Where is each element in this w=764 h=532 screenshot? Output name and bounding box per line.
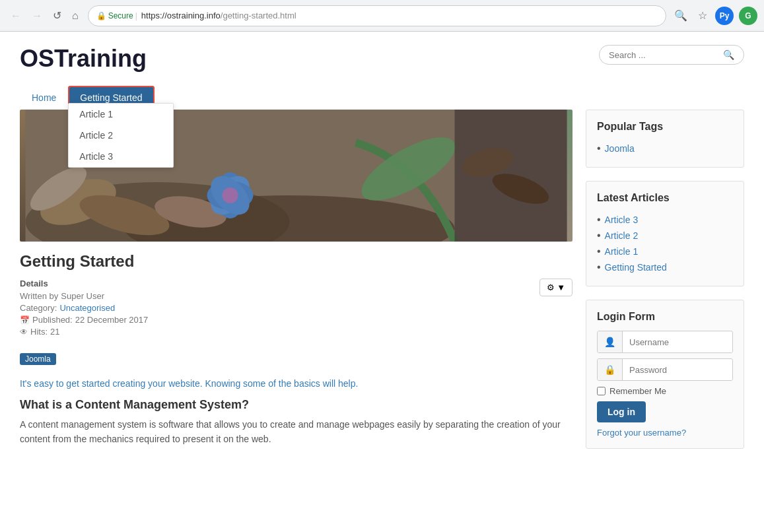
username-input-group: 👤 bbox=[597, 331, 733, 353]
dropdown-item-article2[interactable]: Article 2 bbox=[69, 125, 173, 146]
lock-field-icon: 🔒 bbox=[598, 359, 623, 380]
password-input[interactable] bbox=[623, 360, 733, 380]
latest-article-link-getting-started[interactable]: Getting Started bbox=[605, 262, 667, 273]
hits-row: 👁 Hits: 21 bbox=[20, 327, 148, 337]
article-subtitle: What is a Content Management System? bbox=[20, 398, 573, 412]
lock-icon: 🔒 bbox=[96, 11, 106, 20]
article-title: Getting Started bbox=[20, 252, 573, 271]
hits-value: 21 bbox=[50, 327, 59, 337]
article-intro: It's easy to get started creating your w… bbox=[20, 378, 573, 389]
forward-button[interactable]: → bbox=[28, 7, 46, 24]
container: OSTraining 🔍 Home Getting Started Articl… bbox=[0, 32, 764, 475]
popular-tags-title: Popular Tags bbox=[597, 121, 733, 133]
tag-item-joomla: Joomla bbox=[597, 141, 733, 156]
search-magnifier-button[interactable]: 🔍 bbox=[672, 7, 690, 24]
login-form: 👤 🔒 Remember Me Log in Forgot your u bbox=[597, 331, 733, 438]
browser-nav-buttons: ← → ↺ ⌂ bbox=[7, 7, 83, 24]
published-date: 22 December 2017 bbox=[75, 315, 149, 325]
url-path: /getting-started.html bbox=[221, 11, 296, 20]
tag-link-joomla[interactable]: Joomla bbox=[605, 143, 635, 154]
category-row: Category: Uncategorised bbox=[20, 303, 148, 313]
login-form-widget: Login Form 👤 🔒 Remember Me bbox=[586, 300, 744, 449]
remember-label: Remember Me bbox=[609, 386, 666, 396]
popular-tags-list: Joomla bbox=[597, 141, 733, 156]
latest-article-link-2[interactable]: Article 2 bbox=[605, 230, 639, 241]
username-input[interactable] bbox=[623, 332, 733, 352]
sidebar: Popular Tags Joomla Latest Articles Arti… bbox=[586, 110, 744, 462]
calendar-icon: 📅 bbox=[20, 316, 30, 325]
tools-button[interactable]: ⚙ ▼ bbox=[539, 279, 573, 296]
search-input[interactable] bbox=[609, 50, 723, 60]
popular-tags-widget: Popular Tags Joomla bbox=[586, 110, 744, 168]
svg-point-12 bbox=[223, 187, 238, 203]
latest-article-2: Article 2 bbox=[597, 228, 733, 244]
address-bar[interactable]: 🔒 Secure | https://ostraining.info/getti… bbox=[88, 5, 666, 26]
back-button[interactable]: ← bbox=[7, 7, 25, 24]
latest-article-getting-started: Getting Started bbox=[597, 259, 733, 275]
eye-icon: 👁 bbox=[20, 327, 28, 337]
category-label: Category: bbox=[20, 303, 57, 313]
latest-articles-list: Article 3 Article 2 Article 1 Getting St… bbox=[597, 212, 733, 275]
user-icon: 👤 bbox=[598, 331, 623, 352]
published-label: Published: bbox=[32, 315, 73, 325]
written-by-label: Written by bbox=[20, 291, 58, 301]
hits-label: Hits: bbox=[30, 327, 48, 337]
login-button[interactable]: Log in bbox=[597, 401, 646, 422]
latest-article-3: Article 3 bbox=[597, 212, 733, 228]
home-button[interactable]: ⌂ bbox=[68, 7, 83, 24]
nav-item-home[interactable]: Home bbox=[20, 86, 68, 110]
user-avatar-g[interactable]: G bbox=[739, 7, 757, 25]
browser-actions: 🔍 ☆ Py G bbox=[672, 7, 757, 25]
nav-bar: Home Getting Started Article 1 Article 2… bbox=[20, 86, 744, 110]
refresh-button[interactable]: ↺ bbox=[49, 7, 65, 24]
bookmark-button[interactable]: ☆ bbox=[695, 7, 710, 24]
user-avatar-py[interactable]: Py bbox=[715, 7, 734, 25]
written-by-row: Written by Super User bbox=[20, 291, 148, 301]
category-link[interactable]: Uncategorised bbox=[59, 303, 115, 313]
login-form-title: Login Form bbox=[597, 311, 733, 323]
url-domain: https://ostraining.info bbox=[141, 11, 221, 20]
dropdown-item-article1[interactable]: Article 1 bbox=[69, 104, 173, 125]
latest-articles-title: Latest Articles bbox=[597, 192, 733, 204]
latest-article-link-1[interactable]: Article 1 bbox=[605, 246, 639, 257]
latest-articles-widget: Latest Articles Article 3 Article 2 Arti… bbox=[586, 181, 744, 286]
password-input-group: 🔒 bbox=[597, 358, 733, 381]
latest-article-link-3[interactable]: Article 3 bbox=[605, 215, 639, 225]
article-details: Details Written by Super User Category: … bbox=[20, 279, 148, 339]
remember-checkbox[interactable] bbox=[597, 387, 606, 395]
written-by-value: Super User bbox=[61, 291, 104, 301]
secure-badge: 🔒 Secure | bbox=[96, 11, 137, 20]
article-body: A content management system is software … bbox=[20, 417, 573, 447]
remember-row: Remember Me bbox=[597, 386, 733, 396]
search-icon: 🔍 bbox=[723, 50, 734, 60]
latest-article-1: Article 1 bbox=[597, 244, 733, 259]
joomla-badge[interactable]: Joomla bbox=[20, 353, 56, 365]
dropdown-menu: Article 1 Article 2 Article 3 bbox=[68, 103, 174, 168]
page-wrapper: OSTraining 🔍 Home Getting Started Articl… bbox=[0, 32, 764, 532]
published-row: 📅 Published: 22 December 2017 bbox=[20, 315, 148, 325]
search-box[interactable]: 🔍 bbox=[599, 45, 744, 65]
browser-chrome: ← → ↺ ⌂ 🔒 Secure | https://ostraining.in… bbox=[0, 0, 764, 32]
site-title: OSTraining bbox=[20, 45, 147, 73]
article-header-row: Details Written by Super User Category: … bbox=[20, 279, 573, 347]
forgot-username-link[interactable]: Forgot your username? bbox=[597, 428, 733, 438]
main-navigation: Home Getting Started Article 1 Article 2… bbox=[20, 86, 744, 110]
dropdown-item-article3[interactable]: Article 3 bbox=[69, 146, 173, 167]
site-header: OSTraining 🔍 bbox=[20, 45, 744, 73]
details-label: Details bbox=[20, 279, 148, 288]
dropdown-wrapper: Getting Started Article 1 Article 2 Arti… bbox=[68, 92, 154, 103]
